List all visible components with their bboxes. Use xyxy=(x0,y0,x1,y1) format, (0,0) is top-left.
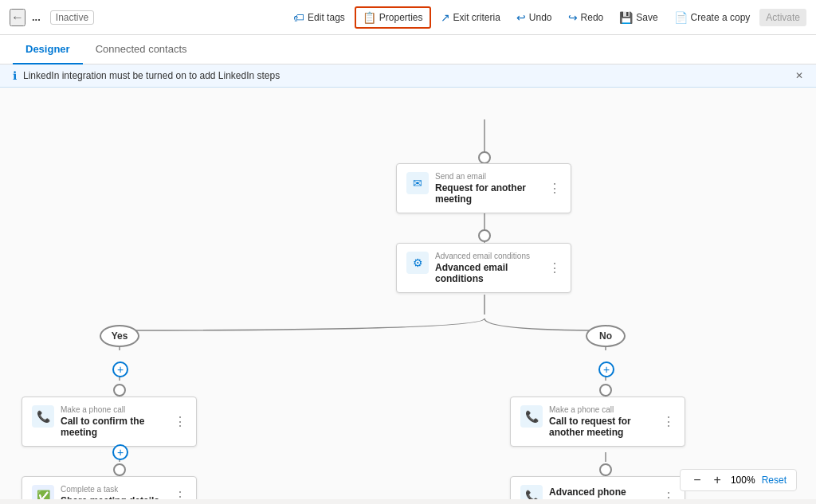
tab-connected-contacts[interactable]: Connected contacts xyxy=(83,35,200,64)
info-message: LinkedIn integration must be turned on t… xyxy=(23,70,280,81)
condition-icon: ⚙ xyxy=(406,252,429,274)
create-copy-button[interactable]: 📄 Create a copy xyxy=(668,8,757,27)
zoom-level: 100% xyxy=(731,475,755,486)
call-confirm-title: Call to confirm the meeting xyxy=(61,416,167,438)
zoom-out-button[interactable]: − xyxy=(690,473,704,487)
header-actions: 🏷 Edit tags 📋 Properties ↗ Exit criteria… xyxy=(287,6,806,29)
advanced-phone-menu[interactable]: ⋮ xyxy=(662,490,675,500)
save-button[interactable]: 💾 Save xyxy=(613,8,664,27)
undo-icon: ↩ xyxy=(516,11,526,24)
call-request-menu[interactable]: ⋮ xyxy=(662,414,675,429)
advanced-phone-node[interactable]: 📞 Advanced phone condition ⋮ xyxy=(510,476,685,499)
circle-right-1 xyxy=(599,384,612,397)
undo-label: Undo xyxy=(529,12,552,23)
advanced-email-node[interactable]: ⚙ Advanced email conditions Advanced ema… xyxy=(396,243,571,293)
canvas-inner: ✉ Send an email Request for another meet… xyxy=(0,88,816,499)
call-request-node[interactable]: 📞 Make a phone call Call to request for … xyxy=(510,397,685,447)
tab-designer[interactable]: Designer xyxy=(13,35,83,64)
exit-criteria-icon: ↗ xyxy=(441,11,450,24)
complete-task-label: Complete a task xyxy=(61,485,167,494)
redo-icon: ↪ xyxy=(568,11,578,24)
phone-condition-icon: 📞 xyxy=(520,485,543,499)
task-icon: ✅ xyxy=(32,485,54,499)
copy-icon: 📄 xyxy=(674,11,688,24)
edit-tags-label: Edit tags xyxy=(308,12,345,23)
call-confirm-menu[interactable]: ⋮ xyxy=(174,414,186,429)
advanced-email-title: Advanced email conditions xyxy=(435,262,542,284)
complete-task-menu[interactable]: ⋮ xyxy=(174,489,186,500)
advanced-email-menu[interactable]: ⋮ xyxy=(548,260,561,275)
complete-task-title: Share meeting details xyxy=(61,495,167,499)
create-copy-label: Create a copy xyxy=(691,12,751,23)
canvas[interactable]: ✉ Send an email Request for another meet… xyxy=(0,88,816,499)
advanced-phone-title: Advanced phone condition xyxy=(549,486,656,499)
circle-right-2 xyxy=(599,463,612,476)
edit-tags-button[interactable]: 🏷 Edit tags xyxy=(287,8,351,27)
zoom-reset-button[interactable]: Reset xyxy=(762,475,787,486)
send-email-title: Request for another meeting xyxy=(435,182,542,205)
plus-left-1[interactable]: + xyxy=(112,361,128,377)
activate-label: Activate xyxy=(766,12,800,23)
back-button[interactable]: ← xyxy=(10,9,26,26)
call-confirm-node[interactable]: 📞 Make a phone call Call to confirm the … xyxy=(22,397,197,447)
tag-icon: 🏷 xyxy=(293,11,304,24)
circle-left-1 xyxy=(113,384,126,397)
plus-left-2[interactable]: + xyxy=(112,444,128,460)
save-label: Save xyxy=(636,12,657,23)
advanced-email-label: Advanced email conditions xyxy=(435,252,542,260)
phone-icon-right: 📞 xyxy=(520,405,543,428)
circle-1 xyxy=(478,229,491,242)
properties-icon: 📋 xyxy=(363,11,376,24)
start-circle xyxy=(478,151,491,164)
properties-label: Properties xyxy=(379,12,423,23)
close-info-button[interactable]: ✕ xyxy=(795,70,803,81)
circle-left-2 xyxy=(113,463,126,476)
send-email-node[interactable]: ✉ Send an email Request for another meet… xyxy=(396,163,571,213)
status-badge: Inactive xyxy=(50,10,94,25)
redo-button[interactable]: ↪ Redo xyxy=(562,8,610,27)
properties-button[interactable]: 📋 Properties xyxy=(355,6,431,29)
info-bar: ℹ LinkedIn integration must be turned on… xyxy=(0,64,816,88)
tabs: Designer Connected contacts xyxy=(0,35,816,64)
save-icon: 💾 xyxy=(619,11,633,24)
plus-right-1[interactable]: + xyxy=(598,361,614,377)
yes-branch-left: Yes xyxy=(100,325,139,347)
redo-label: Redo xyxy=(581,12,604,23)
exit-criteria-button[interactable]: ↗ Exit criteria xyxy=(434,8,507,27)
call-confirm-label: Make a phone call xyxy=(61,405,167,414)
send-email-menu[interactable]: ⋮ xyxy=(548,181,561,196)
complete-task-node[interactable]: ✅ Complete a task Share meeting details … xyxy=(22,476,197,499)
phone-icon-left: 📞 xyxy=(32,405,54,428)
send-email-label: Send an email xyxy=(435,172,542,181)
email-icon: ✉ xyxy=(406,172,429,194)
exit-criteria-label: Exit criteria xyxy=(453,12,500,23)
activate-button[interactable]: Activate xyxy=(759,9,806,26)
info-icon: ℹ xyxy=(13,69,17,82)
zoom-bar: − + 100% Reset xyxy=(680,469,797,491)
undo-button[interactable]: ↩ Undo xyxy=(510,8,559,27)
app-name: ... xyxy=(32,11,41,23)
header: ← ... Inactive 🏷 Edit tags 📋 Properties … xyxy=(0,0,816,35)
zoom-in-button[interactable]: + xyxy=(711,473,724,487)
call-request-label: Make a phone call xyxy=(549,405,656,414)
no-branch-right: No xyxy=(586,325,626,347)
call-request-title: Call to request for another meeting xyxy=(549,416,656,438)
